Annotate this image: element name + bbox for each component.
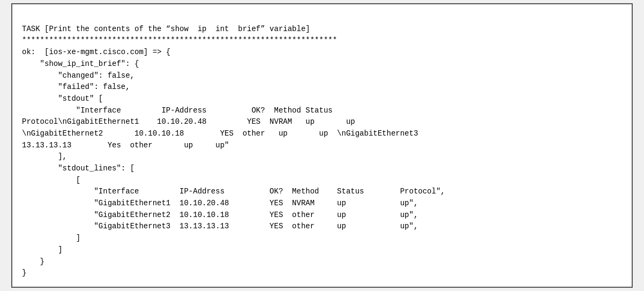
line-changed: "changed": false, xyxy=(22,71,134,80)
line-ge3-row: "GigabitEthernet3 13.13.13.13 YES other … xyxy=(22,222,418,230)
line-task-header: TASK [Print the contents of the “show ip… xyxy=(22,25,310,33)
line-stdout-lines-key: "stdout_lines": [ xyxy=(22,164,134,173)
line-show-key: "show_ip_int_brief": { xyxy=(22,59,139,68)
line-failed: "failed": false, xyxy=(22,83,130,91)
line-stdout-val4: 13.13.13.13 Yes other up up" xyxy=(22,141,229,150)
line-stdout-close: ], xyxy=(22,152,67,161)
line-show-close: } xyxy=(22,257,44,266)
line-stdout-val3: \nGigabitEthernet2 10.10.10.18 YES other… xyxy=(22,129,418,138)
line-header-row: "Interface IP-Address OK? Method Status … xyxy=(22,187,445,196)
line-stdout-key: "stdout" [ xyxy=(22,94,103,103)
line-inner-open: [ xyxy=(22,176,80,184)
line-stdout-val1: "Interface IP-Address OK? Method Status xyxy=(22,106,333,115)
line-ge1-row: "GigabitEthernet1 10.10.20.48 YES NVRAM … xyxy=(22,199,418,207)
terminal-output: TASK [Print the contents of the “show ip… xyxy=(11,3,633,288)
line-root-close: } xyxy=(22,268,26,277)
line-separator: ****************************************… xyxy=(22,36,337,44)
line-stdout-lines-close: ] xyxy=(22,245,63,254)
line-ok: ok: [ios-xe-mgmt.cisco.com] => { xyxy=(22,48,170,56)
line-inner-close: ] xyxy=(22,234,80,242)
line-stdout-val2: Protocol\nGigabitEthernet1 10.10.20.48 Y… xyxy=(22,117,355,126)
line-ge2-row: "GigabitEthernet2 10.10.10.18 YES other … xyxy=(22,211,418,219)
